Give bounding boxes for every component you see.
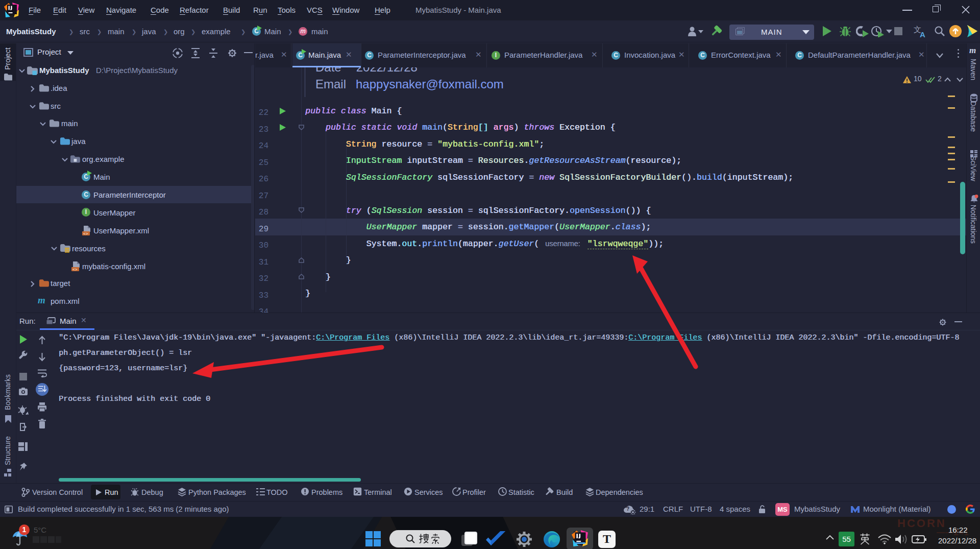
svg-text:<>: <> bbox=[83, 231, 88, 235]
svg-text:A: A bbox=[920, 30, 925, 38]
svg-text:<>: <> bbox=[72, 267, 78, 271]
svg-text:?: ? bbox=[626, 506, 629, 512]
